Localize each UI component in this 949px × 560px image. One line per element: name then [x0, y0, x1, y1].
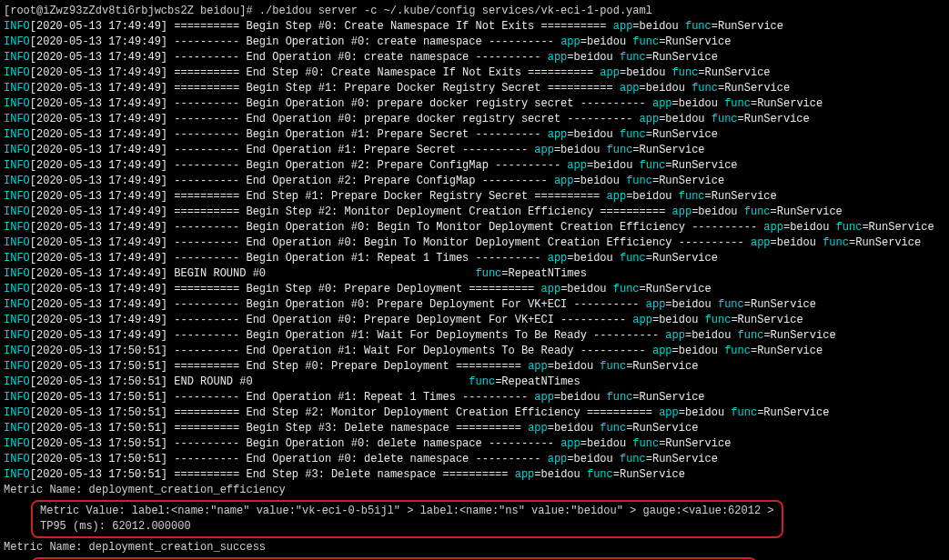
metric-title: Metric Name: deployment_creation_success — [4, 540, 945, 555]
func-value: =RunService — [646, 128, 718, 141]
func-key: func — [469, 375, 495, 388]
metric-tp-line: TP95 (ms): 62012.000000 — [40, 519, 774, 535]
log-line: INFO[2020-05-13 17:49:49] ========== End… — [4, 189, 945, 205]
func-key: func — [620, 128, 646, 141]
app-value: =beidou — [692, 205, 744, 218]
app-value: =beidou — [554, 144, 607, 156]
func-key: func — [587, 468, 613, 481]
log-message: ========== End Step #3: Delete namespace… — [167, 468, 515, 481]
terminal-output[interactable]: [root@iZwz93zZdv8ti6rbjwcbs2Z beidou]# .… — [4, 4, 945, 560]
log-level: INFO — [4, 82, 30, 95]
func-key: func — [712, 113, 738, 125]
log-level: INFO — [4, 66, 30, 79]
log-level: INFO — [4, 252, 30, 265]
func-value: =RunService — [659, 437, 731, 450]
func-key: func — [679, 190, 705, 203]
log-level: INFO — [4, 298, 30, 311]
app-key: app — [620, 82, 640, 95]
log-line: INFO[2020-05-13 17:50:51] ---------- End… — [4, 344, 945, 359]
log-message: ========== Begin Step #3: Delete namespa… — [167, 422, 528, 435]
timestamp: [2020-05-13 17:49:49] — [30, 190, 167, 203]
app-value: =beidou — [560, 283, 613, 295]
app-key: app — [548, 252, 568, 265]
timestamp: [2020-05-13 17:49:49] — [30, 144, 167, 156]
log-level: INFO — [4, 190, 30, 203]
app-key: app — [548, 51, 568, 64]
func-value: =RunService — [751, 345, 823, 357]
log-line: INFO[2020-05-13 17:49:49] ---------- End… — [4, 174, 945, 189]
timestamp: [2020-05-13 17:50:51] — [30, 360, 167, 373]
timestamp: [2020-05-13 17:49:49] — [30, 267, 167, 280]
app-value: =beidou — [626, 190, 679, 203]
log-line: INFO[2020-05-13 17:49:49] ---------- Beg… — [4, 297, 945, 313]
log-message: ---------- End Operation #0: Prepare Dep… — [167, 314, 632, 326]
log-level: INFO — [4, 144, 30, 156]
app-key: app — [652, 97, 672, 110]
func-key: func — [620, 252, 646, 265]
log-message: ---------- End Operation #0: prepare doc… — [167, 113, 639, 125]
func-value: =RunService — [626, 422, 698, 435]
func-value: =RunService — [744, 298, 816, 311]
func-value: =RunService — [646, 252, 718, 265]
command-line: [root@iZwz93zZdv8ti6rbjwcbs2Z beidou]# .… — [4, 4, 945, 19]
func-key: func — [685, 20, 712, 33]
app-value: =beidou — [548, 422, 601, 435]
app-key: app — [763, 221, 783, 234]
log-level: INFO — [4, 375, 30, 388]
log-line: INFO[2020-05-13 17:50:51] ---------- Beg… — [4, 436, 945, 452]
timestamp: [2020-05-13 17:50:51] — [30, 375, 167, 388]
func-value: =RunService — [665, 159, 737, 172]
log-level: INFO — [4, 35, 30, 48]
app-value: =beidou — [632, 20, 685, 33]
app-key: app — [652, 345, 672, 357]
log-message: ---------- Begin Operation #0: delete na… — [167, 437, 560, 450]
func-key: func — [718, 298, 744, 311]
timestamp: [2020-05-13 17:49:49] — [30, 128, 167, 141]
app-key: app — [560, 437, 581, 450]
log-message: ---------- End Operation #0: Begin To Mo… — [167, 236, 751, 249]
log-level: INFO — [4, 468, 30, 481]
func-key: func — [607, 144, 633, 156]
log-level: INFO — [4, 175, 30, 187]
log-level: INFO — [4, 113, 30, 125]
func-value: =RunService — [646, 51, 718, 64]
func-key: func — [738, 329, 764, 342]
log-message: ========== End Step #1: Prepare Docker R… — [167, 190, 606, 203]
func-key: func — [632, 35, 659, 48]
log-line: INFO[2020-05-13 17:50:51] ========== End… — [4, 467, 945, 483]
app-value: =beidou — [567, 51, 620, 64]
func-value: =RunService — [757, 406, 829, 419]
timestamp: [2020-05-13 17:49:49] — [30, 20, 167, 33]
app-key: app — [632, 314, 652, 326]
log-level: INFO — [4, 20, 30, 33]
log-level: INFO — [4, 221, 30, 234]
log-line: INFO[2020-05-13 17:49:49] ========== End… — [4, 65, 945, 81]
app-value: =beidou — [679, 406, 732, 419]
log-level: INFO — [4, 205, 30, 218]
func-value: =RunService — [632, 391, 704, 404]
log-message: ---------- Begin Operation #0: Prepare D… — [167, 298, 646, 311]
log-message: ---------- End Operation #0: create name… — [167, 51, 548, 64]
func-key: func — [692, 82, 718, 95]
func-key: func — [705, 314, 732, 326]
timestamp: [2020-05-13 17:49:49] — [30, 82, 167, 95]
app-value: =beidou — [783, 221, 836, 234]
timestamp: [2020-05-13 17:49:49] — [30, 298, 167, 311]
log-line: INFO[2020-05-13 17:50:51] ---------- End… — [4, 390, 945, 405]
app-value: =beidou — [652, 314, 705, 326]
func-value: =RunService — [738, 113, 810, 125]
func-value: =RunService — [705, 190, 777, 203]
log-message: ---------- Begin Operation #0: Begin To … — [167, 221, 763, 234]
app-key: app — [640, 113, 660, 125]
log-line: INFO[2020-05-13 17:49:49] ---------- Beg… — [4, 220, 945, 235]
app-value: =beidou — [587, 159, 640, 172]
func-key: func — [836, 221, 863, 234]
func-value: =RunService — [659, 35, 731, 48]
log-level: INFO — [4, 51, 30, 64]
log-level: INFO — [4, 437, 30, 450]
func-key: func — [724, 345, 751, 357]
app-value: =beidou — [548, 360, 601, 373]
log-level: INFO — [4, 283, 30, 295]
app-key: app — [548, 453, 568, 465]
log-line: INFO[2020-05-13 17:49:49] ---------- Beg… — [4, 251, 945, 266]
